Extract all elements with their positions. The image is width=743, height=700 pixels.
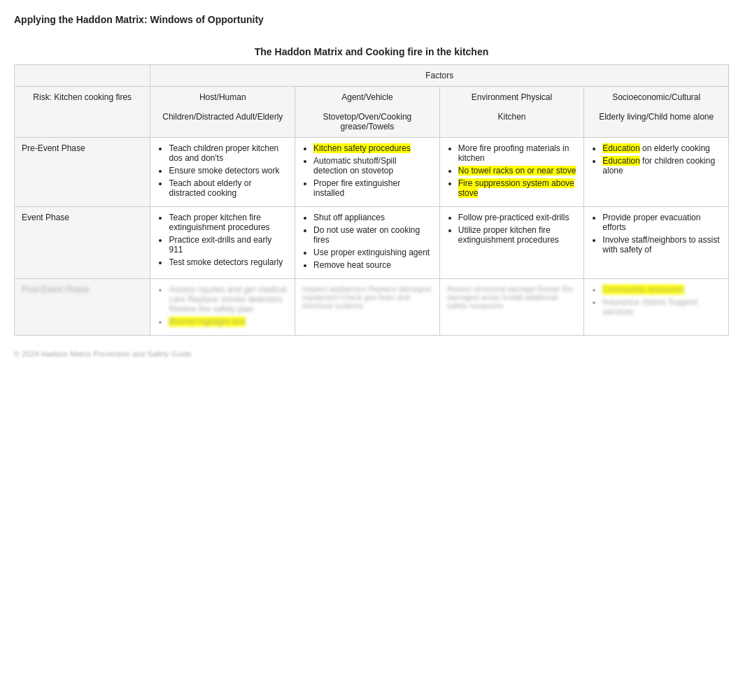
list-item: Teach about elderly or distracted cookin… (169, 178, 288, 198)
factors-header: Factors (150, 65, 729, 87)
event-env: Follow pre-practiced exit-drills Utilize… (439, 207, 584, 279)
host-header: Host/Human Children/Distracted Adult/Eld… (150, 87, 295, 138)
event-env-list: Follow pre-practiced exit-drills Utilize… (447, 213, 577, 245)
agent-header-line1: Agent/Vehicle (341, 92, 392, 102)
risk-header: Risk: Kitchen cooking fires (15, 87, 150, 138)
list-item: Practice exit-drills and early 911 (169, 235, 288, 255)
list-item: Education for children cooking alone (602, 156, 721, 176)
list-item: Blurred highlight text (169, 317, 288, 327)
socio-header-line2: Elderly living/Child home alone (599, 112, 714, 122)
post-event-label: Post-Event Phase (15, 279, 150, 336)
agent-header-line2: Stovetop/Oven/Cooking grease/Towels (323, 112, 412, 131)
event-host: Teach proper kitchen fire extinguishment… (150, 207, 295, 279)
list-item: Do not use water on cooking fires (313, 225, 432, 245)
post-event-agent: Inspect appliances Replace damaged equip… (295, 279, 440, 336)
highlighted-text: Education (602, 143, 639, 153)
list-item: Automatic shutoff/Spill detection on sto… (313, 156, 432, 176)
pre-event-agent-list: Kitchen safety procedures Automatic shut… (302, 143, 432, 198)
list-item: Shut off appliances (313, 213, 432, 222)
highlighted-text: No towel racks on or near stove (458, 166, 576, 176)
event-host-list: Teach proper kitchen fire extinguishment… (157, 213, 288, 267)
list-item: Community resources (602, 285, 721, 294)
post-event-host: Assess injuries and get medical care Rep… (150, 279, 295, 336)
table-title: The Haddon Matrix and Cooking fire in th… (14, 46, 729, 57)
list-item: Teach children proper kitchen dos and do… (169, 143, 288, 163)
env-header-line2: Kitchen (498, 112, 526, 122)
agent-header: Agent/Vehicle Stovetop/Oven/Cooking grea… (295, 87, 440, 138)
pre-event-socio: Education on elderly cooking Education f… (584, 138, 729, 207)
pre-event-env: More fire proofing materials in kitchen … (439, 138, 584, 207)
list-item: Provide proper evacuation efforts (602, 213, 721, 232)
list-item: Insurance claims Support services (602, 297, 721, 317)
list-item: Test smoke detectors regularly (169, 257, 288, 267)
highlighted-text: Education (602, 156, 639, 166)
event-agent-list: Shut off appliances Do not use water on … (302, 213, 432, 270)
list-item: Kitchen safety procedures (313, 143, 432, 153)
corner-cell (15, 65, 150, 87)
list-item: Remove heat source (313, 260, 432, 270)
list-item: Assess injuries and get medical care Rep… (169, 285, 288, 314)
post-event-row: Post-Event Phase Assess injuries and get… (15, 279, 729, 336)
pre-event-host-list: Teach children proper kitchen dos and do… (157, 143, 288, 198)
page-title: Applying the Haddon Matrix: Windows of O… (14, 14, 729, 25)
pre-event-agent: Kitchen safety procedures Automatic shut… (295, 138, 440, 207)
list-item: Proper fire extinguisher installed (313, 178, 432, 198)
socio-header-line1: Socioeconomic/Cultural (612, 92, 700, 102)
post-event-socio-list: Community resources Insurance claims Sup… (591, 285, 721, 317)
event-socio-list: Provide proper evacuation efforts Involv… (591, 213, 721, 255)
list-item: Education on elderly cooking (602, 143, 721, 153)
env-header-line1: Environment Physical (472, 92, 552, 102)
list-item: Ensure smoke detectors work (169, 166, 288, 176)
list-item: No towel racks on or near stove (458, 166, 577, 176)
pre-event-label: Pre-Event Phase (15, 138, 150, 207)
event-socio: Provide proper evacuation efforts Involv… (584, 207, 729, 279)
post-event-socio: Community resources Insurance claims Sup… (584, 279, 729, 336)
highlighted-text: Fire suppression system above stove (458, 178, 574, 198)
post-event-env: Assess structural damage Repair fire dam… (439, 279, 584, 336)
highlighted-text: Kitchen safety procedures (313, 143, 411, 153)
list-item: Utilize proper kitchen fire extinguishme… (458, 225, 577, 245)
pre-event-socio-list: Education on elderly cooking Education f… (591, 143, 721, 176)
list-item: More fire proofing materials in kitchen (458, 143, 577, 163)
host-header-line1: Host/Human (199, 92, 246, 102)
pre-event-host: Teach children proper kitchen dos and do… (150, 138, 295, 207)
pre-event-env-list: More fire proofing materials in kitchen … (447, 143, 577, 198)
list-item: Fire suppression system above stove (458, 178, 577, 198)
list-item: Follow pre-practiced exit-drills (458, 213, 577, 222)
list-item: Use proper extinguishing agent (313, 248, 432, 257)
event-row: Event Phase Teach proper kitchen fire ex… (15, 207, 729, 279)
event-label: Event Phase (15, 207, 150, 279)
post-event-host-list: Assess injuries and get medical care Rep… (157, 285, 288, 327)
host-header-line2: Children/Distracted Adult/Elderly (162, 112, 283, 122)
event-agent: Shut off appliances Do not use water on … (295, 207, 440, 279)
footer-text: © 2024 Haddon Matrix Prevention and Safe… (14, 350, 729, 358)
list-item: Teach proper kitchen fire extinguishment… (169, 213, 288, 232)
list-item: Involve staff/neighbors to assist with s… (602, 235, 721, 255)
env-header: Environment Physical Kitchen (439, 87, 584, 138)
pre-event-row: Pre-Event Phase Teach children proper ki… (15, 138, 729, 207)
socio-header: Socioeconomic/Cultural Elderly living/Ch… (584, 87, 729, 138)
haddon-matrix-table: Factors Risk: Kitchen cooking fires Host… (14, 64, 729, 336)
